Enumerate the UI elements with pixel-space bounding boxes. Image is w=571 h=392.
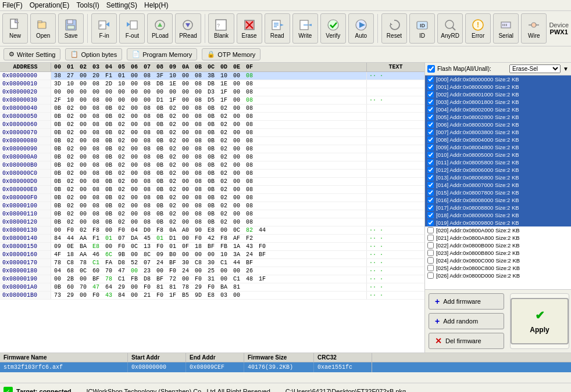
erase-sel-dropdown[interactable]: Erase-Sel [509,64,561,73]
hex-byte[interactable]: 44 [256,226,269,234]
hex-byte[interactable]: 08 [90,129,102,136]
hex-byte[interactable]: 0B [154,210,166,218]
hex-byte[interactable]: F1 [102,72,115,80]
hex-byte[interactable]: 0B [205,194,217,202]
hex-byte[interactable]: F0 [115,226,128,234]
hex-byte[interactable]: 00 [230,129,243,136]
hex-byte[interactable]: DB [154,80,166,88]
hex-byte[interactable]: AA [77,251,90,258]
hex-byte[interactable]: 18 [64,251,77,258]
hex-byte[interactable]: 08 [90,202,102,210]
hex-byte[interactable]: 00 [230,210,243,218]
hex-row[interactable]: 0x080000B00B0200080B0200080B0200080B0200… [0,161,424,170]
hex-row[interactable]: 0x08000150090EBAE800F00C13F0010F18BFFB1A… [0,243,424,251]
hex-byte[interactable]: 81 [230,283,243,291]
hex-byte[interactable]: 01 [102,235,115,242]
hex-byte[interactable]: 0B [154,105,166,112]
hex-byte[interactable]: 0F [179,243,192,250]
hex-byte[interactable]: 00 [128,178,141,185]
hex-byte[interactable]: 08 [243,153,256,161]
hex-byte[interactable]: 47 [115,267,128,275]
hex-byte[interactable]: 02 [166,170,179,177]
hex-byte[interactable]: 08 [90,170,102,177]
hex-byte[interactable]: 02 [166,194,179,202]
hex-byte[interactable]: 02 [64,145,77,153]
hex-byte[interactable]: 02 [217,218,230,226]
hex-byte[interactable]: 08 [90,113,102,120]
hex-byte[interactable]: 02 [115,194,128,202]
anyrd-button[interactable]: AnyRD [437,13,463,44]
hex-byte[interactable]: 00 [230,88,243,96]
flash-item-checkbox[interactable] [427,76,434,82]
hex-byte[interactable]: 00 [128,145,141,153]
hex-byte[interactable]: 02 [166,121,179,128]
hex-byte[interactable]: 0B [51,170,64,177]
hex-byte[interactable]: 00 [230,153,243,161]
hex-byte[interactable]: 01 [115,72,128,80]
hex-byte[interactable]: 10 [64,80,77,88]
hex-byte[interactable]: 0B [205,137,217,145]
hex-byte[interactable]: 00 [154,88,166,96]
hex-byte[interactable]: 00 [77,170,90,177]
flash-item-checkbox[interactable] [427,227,434,233]
flash-item[interactable]: [002] Addr:0x08001000 Size:2 KB [425,91,571,98]
hex-byte[interactable]: 02 [115,161,128,169]
hex-row[interactable]: 0x080001604F18AA466C9B008C09B0000000103A… [0,251,424,259]
hex-byte[interactable]: 00 [179,251,192,258]
hex-row[interactable]: 0x0800018004680C607047002300F02400250000… [0,267,424,275]
hex-byte[interactable]: 00 [179,178,192,185]
del-firmware-button[interactable]: ✕ Del firmware [429,333,504,349]
hex-byte[interactable]: 00 [102,96,115,104]
hex-byte[interactable]: 24 [243,251,256,258]
hex-byte[interactable]: 00 [77,72,90,80]
hex-byte[interactable]: 02 [217,129,230,136]
menu-tools[interactable]: Tools(I) [76,1,99,9]
hex-byte[interactable]: 0B [102,105,115,112]
hex-byte[interactable]: 0B [205,202,217,210]
hex-byte[interactable]: 8C [141,251,154,258]
hex-byte[interactable]: 0B [154,178,166,185]
hex-byte[interactable]: 00 [77,275,90,283]
hex-byte[interactable]: 00 [179,153,192,161]
hex-byte[interactable]: 10 [217,251,230,258]
hex-byte[interactable]: 0B [102,129,115,136]
flash-item-checkbox[interactable] [427,121,434,128]
hex-byte[interactable]: 08 [243,218,256,226]
hex-byte[interactable]: 00 [230,113,243,120]
hex-byte[interactable]: 02 [166,218,179,226]
hex-byte[interactable]: 00 [77,105,90,112]
hex-byte[interactable]: 02 [64,210,77,218]
hex-byte[interactable]: 08 [243,105,256,112]
hex-byte[interactable]: 08 [141,145,154,153]
hex-byte[interactable]: 02 [115,178,128,185]
hex-byte[interactable]: 00 [77,96,90,104]
hex-byte[interactable]: 0B [51,210,64,218]
hex-row[interactable]: 0x080000700B0200080B0200080B0200080B0200… [0,129,424,137]
flash-item-checkbox[interactable] [427,136,434,143]
hex-byte[interactable]: 08 [192,105,205,112]
hex-byte[interactable]: 0B [51,218,64,226]
flash-item-checkbox[interactable] [427,212,434,218]
hex-byte[interactable]: F0 [115,243,128,250]
pload-button[interactable]: PLoad [147,13,173,44]
hex-row[interactable]: 0x0800017078C878C1FAD8520724BF30C830C144… [0,259,424,267]
hex-byte[interactable]: 00 [77,161,90,169]
hex-byte[interactable]: 08 [90,186,102,193]
hex-byte[interactable]: 02 [217,194,230,202]
id-button[interactable]: ID ID [409,13,435,44]
hex-byte[interactable]: BF [205,243,217,250]
hex-byte[interactable]: 00 [128,251,141,258]
flash-item-checkbox[interactable] [427,106,434,113]
hex-byte[interactable]: 00 [77,186,90,193]
flash-item-checkbox[interactable] [427,144,434,150]
hex-byte[interactable]: F0 [166,267,179,275]
hex-byte[interactable]: 3A [230,251,243,258]
hex-byte[interactable]: 02 [115,129,128,136]
hex-byte[interactable]: 08 [90,210,102,218]
hex-byte[interactable]: 00 [179,210,192,218]
hex-content[interactable]: 0x0800000038270020F10100083F1000083B1000… [0,72,424,353]
hex-byte[interactable]: 00 [179,105,192,112]
flash-item-checkbox[interactable] [427,174,434,181]
hex-byte[interactable]: 08 [141,202,154,210]
hex-byte[interactable]: 0B [102,113,115,120]
